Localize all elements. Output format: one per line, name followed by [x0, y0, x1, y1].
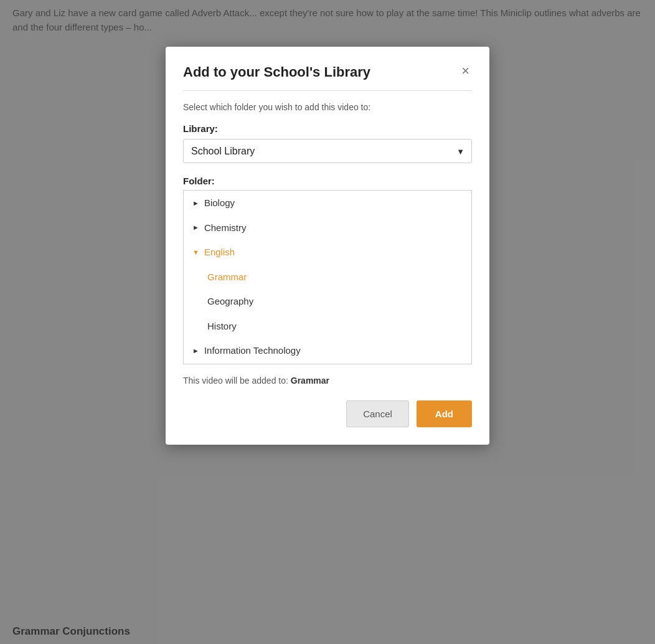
modal-dialog: Add to your School's Library × Select wh… [166, 47, 489, 445]
folder-item-geography-label: Geography [207, 295, 253, 308]
folder-item-chemistry-label: Chemistry [204, 222, 247, 234]
folder-item-mathematics[interactable]: Mathematics [184, 363, 471, 365]
collapse-arrow-icon: ► [192, 199, 199, 207]
library-select-wrapper: School Library ▼ [183, 139, 472, 163]
background-bottom-text: Grammar Conjunctions [12, 625, 130, 638]
folder-item-english-label: English [204, 246, 235, 258]
modal-title: Add to your School's Library [183, 64, 370, 80]
modal-instruction: Select which folder you wish to add this… [183, 102, 472, 112]
folder-item-biology-label: Biology [204, 197, 235, 209]
expand-arrow-icon: ▼ [192, 248, 199, 257]
library-label: Library: [183, 123, 472, 134]
add-button[interactable]: Add [417, 400, 472, 427]
modal-divider [183, 90, 472, 91]
folder-item-information-technology-label: Information Technology [204, 344, 301, 357]
folder-item-grammar[interactable]: Grammar [184, 265, 471, 290]
folder-item-english[interactable]: ▼ English [184, 240, 471, 265]
folder-list-container[interactable]: ► Biology ► Chemistry ▼ English Grammar … [183, 190, 472, 364]
collapse-arrow-icon: ► [192, 223, 199, 232]
folder-item-information-technology[interactable]: ► Information Technology [184, 338, 471, 363]
close-button[interactable]: × [459, 64, 472, 78]
library-select[interactable]: School Library [183, 139, 472, 163]
summary-text: This video will be added to: Grammar [183, 376, 472, 386]
folder-item-chemistry[interactable]: ► Chemistry [184, 215, 471, 240]
summary-prefix: This video will be added to: [183, 376, 291, 386]
folder-item-grammar-label: Grammar [207, 271, 247, 283]
folder-label: Folder: [183, 176, 472, 186]
folder-list: ► Biology ► Chemistry ▼ English Grammar … [184, 191, 471, 364]
summary-folder: Grammar [291, 376, 329, 386]
cancel-button[interactable]: Cancel [346, 400, 409, 427]
folder-item-history-label: History [207, 320, 237, 333]
collapse-arrow-icon: ► [192, 346, 199, 355]
folder-item-geography[interactable]: Geography [184, 289, 471, 314]
modal-header: Add to your School's Library × [183, 64, 472, 80]
overlay: Add to your School's Library × Select wh… [0, 0, 655, 644]
folder-item-history[interactable]: History [184, 314, 471, 339]
folder-item-biology[interactable]: ► Biology [184, 191, 471, 215]
modal-footer: Cancel Add [183, 400, 472, 427]
